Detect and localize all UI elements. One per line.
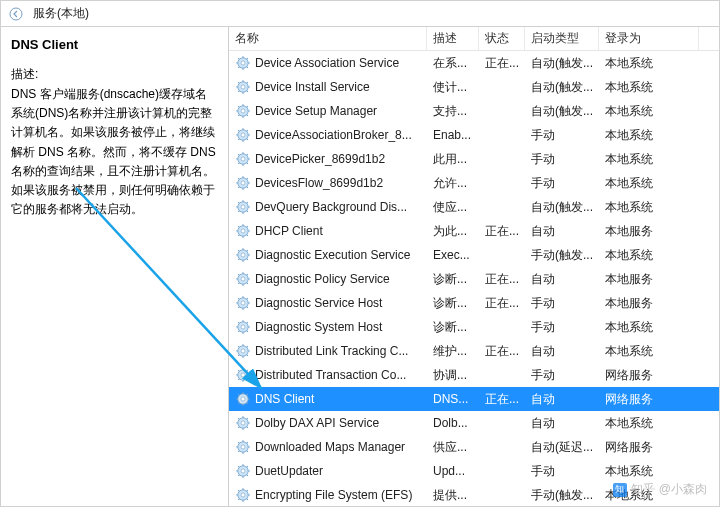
description-text: DNS 客户端服务(dnscache)缓存域名系统(DNS)名称并注册该计算机的…	[11, 85, 218, 219]
row-status	[479, 243, 525, 267]
service-row[interactable]: Diagnostic Service Host诊断...正在...手动本地服务	[229, 291, 719, 315]
row-desc: 使计...	[427, 75, 479, 99]
row-status	[479, 123, 525, 147]
svg-line-178	[247, 475, 248, 476]
row-logon: 本地系统	[599, 339, 699, 363]
service-row[interactable]: Distributed Link Tracking C...维护...正在...…	[229, 339, 719, 363]
row-name: Device Setup Manager	[255, 104, 377, 118]
svg-point-122	[241, 349, 245, 353]
row-start: 自动	[525, 267, 599, 291]
gear-icon	[235, 55, 251, 71]
svg-line-57	[238, 178, 239, 179]
row-start: 手动	[525, 291, 599, 315]
service-row[interactable]: Diagnostic Policy Service诊断...正在...自动本地服…	[229, 267, 719, 291]
col-header-logon[interactable]: 登录为	[599, 27, 699, 50]
svg-line-79	[247, 226, 248, 227]
svg-line-127	[238, 346, 239, 347]
row-start: 手动	[525, 123, 599, 147]
back-icon[interactable]	[7, 5, 25, 23]
svg-line-68	[247, 211, 248, 212]
service-row[interactable]: Dolby DAX API ServiceDolb...自动本地系统	[229, 411, 719, 435]
row-start: 手动	[525, 171, 599, 195]
row-status	[479, 411, 525, 435]
svg-line-17	[238, 82, 239, 83]
service-row[interactable]: DNS ClientDNS...正在...自动网络服务	[229, 387, 719, 411]
service-row[interactable]: DHCP Client为此...正在...自动本地服务	[229, 219, 719, 243]
row-name: Diagnostic Service Host	[255, 296, 382, 310]
row-status	[479, 195, 525, 219]
svg-line-167	[238, 442, 239, 443]
gear-icon	[235, 415, 251, 431]
col-header-desc[interactable]: 描述	[427, 27, 479, 50]
service-row[interactable]: DevicesFlow_8699d1b2允许...手动本地系统	[229, 171, 719, 195]
svg-line-49	[247, 154, 248, 155]
row-desc: 协调...	[427, 363, 479, 387]
service-row[interactable]: Diagnostic System Host诊断...手动本地系统	[229, 315, 719, 339]
service-row[interactable]: DuetUpdaterUpd...手动本地系统	[229, 459, 719, 483]
svg-line-110	[238, 307, 239, 308]
service-row[interactable]: Downloaded Maps Manager供应...自动(延迟...网络服务	[229, 435, 719, 459]
gear-icon	[235, 175, 251, 191]
pane-header: 服务(本地)	[1, 1, 719, 27]
services-list-pane: 名称 描述 状态 启动类型 登录为 Device Association Ser…	[229, 27, 719, 506]
svg-line-170	[238, 451, 239, 452]
svg-line-150	[238, 403, 239, 404]
row-start: 自动(触发...	[525, 51, 599, 75]
row-desc: 供应...	[427, 435, 479, 459]
svg-point-162	[241, 445, 245, 449]
col-header-status[interactable]: 状态	[479, 27, 525, 50]
svg-line-60	[238, 187, 239, 188]
row-start: 手动(触发...	[525, 483, 599, 506]
service-row[interactable]: Distributed Transaction Co...协调...手动网络服务	[229, 363, 719, 387]
svg-point-142	[241, 397, 245, 401]
svg-point-42	[241, 157, 245, 161]
row-start: 自动	[525, 411, 599, 435]
svg-line-160	[238, 427, 239, 428]
svg-line-190	[238, 499, 239, 500]
svg-line-47	[238, 154, 239, 155]
service-row[interactable]: Device Association Service在系...正在...自动(触…	[229, 51, 719, 75]
svg-line-128	[247, 355, 248, 356]
gear-icon	[235, 439, 251, 455]
content-area: DNS Client 描述: DNS 客户端服务(dnscache)缓存域名系统…	[1, 27, 719, 506]
row-desc: Exec...	[427, 243, 479, 267]
svg-line-27	[238, 106, 239, 107]
row-logon: 本地服务	[599, 291, 699, 315]
row-start: 手动	[525, 147, 599, 171]
col-header-start[interactable]: 启动类型	[525, 27, 599, 50]
svg-line-29	[247, 106, 248, 107]
row-status: 正在...	[479, 339, 525, 363]
gear-icon	[235, 391, 251, 407]
list-header: 名称 描述 状态 启动类型 登录为	[229, 27, 719, 51]
row-desc: 提供...	[427, 483, 479, 506]
svg-line-137	[238, 370, 239, 371]
gear-icon	[235, 271, 251, 287]
svg-line-80	[238, 235, 239, 236]
row-status	[479, 315, 525, 339]
service-row[interactable]: DevQuery Background Dis...使应...自动(触发...本…	[229, 195, 719, 219]
svg-line-107	[238, 298, 239, 299]
row-name: Downloaded Maps Manager	[255, 440, 405, 454]
svg-point-0	[10, 8, 22, 20]
row-name: DeviceAssociationBroker_8...	[255, 128, 412, 142]
service-row[interactable]: Device Install Service使计...自动(触发...本地系统	[229, 75, 719, 99]
col-header-name[interactable]: 名称	[229, 27, 427, 50]
service-row[interactable]: DeviceAssociationBroker_8...Enab...手动本地系…	[229, 123, 719, 147]
svg-line-90	[238, 259, 239, 260]
svg-line-100	[238, 283, 239, 284]
service-row[interactable]: Device Setup Manager支持...自动(触发...本地系统	[229, 99, 719, 123]
row-status	[479, 363, 525, 387]
svg-line-140	[238, 379, 239, 380]
row-logon: 本地系统	[599, 195, 699, 219]
row-desc: 维护...	[427, 339, 479, 363]
row-start: 自动(触发...	[525, 99, 599, 123]
row-logon: 网络服务	[599, 435, 699, 459]
service-row[interactable]: Diagnostic Execution ServiceExec...手动(触发…	[229, 243, 719, 267]
row-logon: 本地服务	[599, 219, 699, 243]
svg-point-102	[241, 301, 245, 305]
row-status	[479, 99, 525, 123]
service-row[interactable]: DevicePicker_8699d1b2此用...手动本地系统	[229, 147, 719, 171]
list-body[interactable]: Device Association Service在系...正在...自动(触…	[229, 51, 719, 506]
row-name: Device Association Service	[255, 56, 399, 70]
row-name: Diagnostic Execution Service	[255, 248, 410, 262]
